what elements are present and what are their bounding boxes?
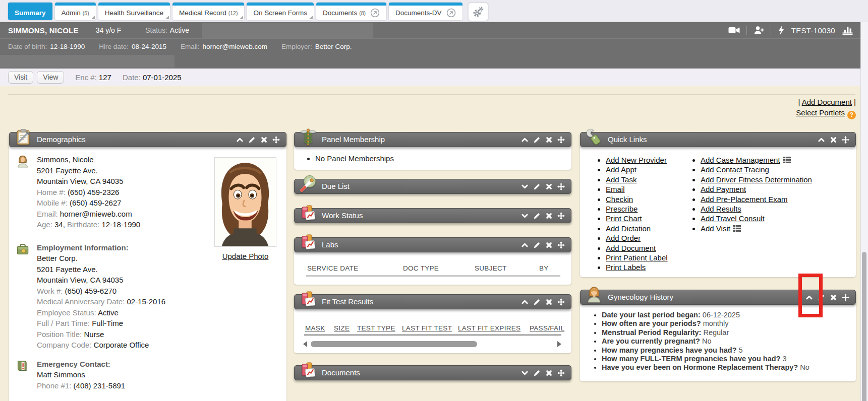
tab-on-screen-forms[interactable]: On Screen Forms xyxy=(247,3,314,20)
edit-pencil-icon[interactable] xyxy=(533,298,541,306)
close-x-icon[interactable] xyxy=(545,369,553,377)
patient-name-link[interactable]: Simmons, Nicole xyxy=(37,155,94,164)
view-button[interactable]: View xyxy=(37,71,64,84)
wrench-tag-icon xyxy=(585,128,603,146)
quick-link: Print Chart xyxy=(606,214,668,223)
caduceus-icon xyxy=(299,128,317,146)
fit-test-header: Fit Test Results xyxy=(294,294,571,309)
tab-summary[interactable]: Summary xyxy=(8,3,52,20)
collapse-chevron-icon[interactable] xyxy=(236,136,244,144)
edit-pencil-icon[interactable] xyxy=(533,212,541,220)
gyn-item: How many pregnancies have you had? 5 xyxy=(602,346,856,355)
question-mark-icon[interactable]: ? xyxy=(847,111,856,119)
column-header[interactable]: LAST FIT EXPIRES xyxy=(458,324,520,332)
close-x-icon[interactable] xyxy=(545,298,553,306)
labs-column-headers: SERVICE DATE DOC TYPE SUBJECT BY xyxy=(303,264,562,275)
expand-chevron-icon[interactable] xyxy=(521,369,529,377)
move-icon[interactable] xyxy=(842,136,849,144)
labs-header: Labs xyxy=(294,237,571,252)
close-x-icon[interactable] xyxy=(545,212,553,220)
move-icon[interactable] xyxy=(557,369,565,377)
move-icon[interactable] xyxy=(557,212,565,220)
list-icon[interactable] xyxy=(783,157,791,163)
tab-medical-record[interactable]: Medical Record(12) xyxy=(172,3,244,20)
tab-health-surveillance[interactable]: Health Surveillance xyxy=(98,3,170,20)
close-x-icon[interactable] xyxy=(830,294,837,301)
move-icon[interactable] xyxy=(557,298,565,306)
close-x-icon[interactable] xyxy=(260,136,268,144)
portlet-labs: Labs SERVICE DATE DOC TYPE SUBJECT BY xyxy=(294,237,571,285)
move-icon[interactable] xyxy=(557,241,565,249)
portlet-documents: Documents xyxy=(294,365,571,380)
edit-pencil-icon[interactable] xyxy=(533,183,541,190)
close-x-icon[interactable] xyxy=(545,136,553,144)
external-link-circle-icon[interactable] xyxy=(446,8,456,18)
quick-link: Print Labels xyxy=(606,262,668,272)
visit-button[interactable]: Visit xyxy=(8,71,33,84)
column-header: DOC TYPE xyxy=(403,264,439,272)
move-icon[interactable] xyxy=(557,183,565,190)
select-portlets-link[interactable]: Select Portlets xyxy=(796,108,845,117)
column-header[interactable]: SIZE xyxy=(334,324,350,332)
lightning-icon[interactable] xyxy=(778,25,785,35)
scroll-right-arrow[interactable] xyxy=(557,341,561,347)
edit-pencil-icon[interactable] xyxy=(533,136,541,144)
collapse-chevron-icon[interactable] xyxy=(521,241,529,249)
tab-documents[interactable]: Documents(8) xyxy=(316,3,386,20)
chart-tab-bar: Summary Admin(5) Health Surveillance Med… xyxy=(0,0,868,22)
column-header[interactable]: TEST TYPE xyxy=(357,324,395,332)
add-document-link[interactable]: Add Document xyxy=(802,98,852,106)
portlet-quick-links: Quick Links Add New Provider Add Appt Ad… xyxy=(580,132,856,277)
scrollbar-thumb[interactable] xyxy=(862,252,866,401)
close-x-icon[interactable] xyxy=(830,136,837,144)
edit-pencil-icon[interactable] xyxy=(248,136,256,144)
portlet-title: Demographics xyxy=(37,132,86,147)
expand-chevron-icon[interactable] xyxy=(521,183,529,190)
close-x-icon[interactable] xyxy=(545,241,553,249)
collapse-chevron-icon[interactable] xyxy=(521,136,529,144)
portlet-demographics: Demographics Simmons, Nicole 5201 Fayett… xyxy=(9,132,286,401)
collapse-chevron-icon[interactable] xyxy=(521,298,529,306)
emergency-contact-section: Emergency Contact: Matt Simmons Phone #1… xyxy=(15,359,279,391)
encounter-info: Enc #:127 Date:07-01-2025 xyxy=(75,73,190,82)
edit-pencil-icon[interactable] xyxy=(533,369,541,377)
update-photo-link[interactable]: Update Photo xyxy=(222,252,269,260)
edit-pencil-icon[interactable] xyxy=(533,241,541,249)
tab-label: On Screen Forms xyxy=(253,9,307,17)
quick-links-column-1: Add New Provider Add Appt Add Task Email… xyxy=(599,155,668,273)
tab-documents-dv[interactable]: Documents-DV xyxy=(389,3,462,20)
external-link-circle-icon[interactable] xyxy=(370,8,380,18)
column-header[interactable]: PASS/FAIL xyxy=(530,324,564,332)
tab-admin[interactable]: Admin(5) xyxy=(55,3,96,20)
chart-books-icon xyxy=(299,204,317,222)
page-actions: | Add Document | Select Portlets? xyxy=(796,97,856,119)
column-header[interactable]: MASK xyxy=(305,324,325,332)
tab-label: Documents xyxy=(323,9,357,17)
documents-header: Documents xyxy=(294,365,571,380)
scroll-left-arrow[interactable] xyxy=(303,341,307,347)
person-icon xyxy=(16,155,29,171)
move-icon[interactable] xyxy=(272,136,280,144)
divider xyxy=(771,26,771,35)
close-x-icon[interactable] xyxy=(545,183,553,190)
page-scrollbar[interactable] xyxy=(860,22,868,401)
clipboard-icon xyxy=(14,128,32,146)
tab-settings-button[interactable] xyxy=(468,3,488,21)
header-inset-box xyxy=(202,23,373,38)
move-icon[interactable] xyxy=(557,136,565,144)
move-icon[interactable] xyxy=(842,294,849,301)
quick-link: Add Contact Tracing xyxy=(701,165,812,174)
video-camera-icon[interactable] xyxy=(728,26,740,35)
tab-label: Health Surveillance xyxy=(105,9,163,17)
list-icon[interactable] xyxy=(733,225,741,232)
expand-chevron-icon[interactable] xyxy=(521,212,529,220)
thermometer-icon xyxy=(299,175,317,193)
add-person-icon[interactable] xyxy=(754,26,764,35)
column-header[interactable]: LAST FIT TEST xyxy=(402,324,452,332)
collapse-chevron-icon[interactable] xyxy=(818,136,825,144)
column-header: SERVICE DATE xyxy=(307,264,358,272)
quick-links-header: Quick Links xyxy=(580,132,856,147)
scrollbar-thumb[interactable] xyxy=(311,341,477,347)
bar-chart-icon[interactable] xyxy=(842,25,853,35)
gears-icon xyxy=(473,7,484,18)
